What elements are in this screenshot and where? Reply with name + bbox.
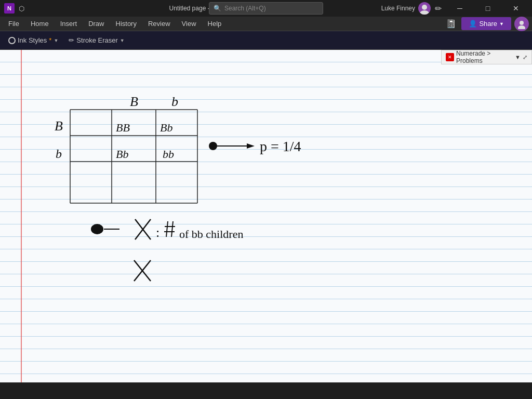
menubar: File Home Insert Draw History Review Vie… — [0, 17, 532, 31]
search-bar[interactable]: 🔍 Search (Alt+Q) — [209, 2, 323, 15]
user-info: Luke Finney — [381, 2, 431, 15]
svg-text:B: B — [55, 118, 63, 134]
svg-text:Bb: Bb — [160, 121, 172, 134]
avatar — [418, 2, 431, 15]
svg-text:p = 1/4: p = 1/4 — [260, 138, 301, 154]
svg-line-29 — [166, 221, 168, 237]
svg-point-3 — [518, 25, 525, 29]
svg-point-0 — [422, 5, 427, 10]
svg-marker-21 — [247, 143, 255, 149]
svg-text:BB: BB — [116, 121, 130, 134]
pen-icon[interactable]: ✏ — [435, 4, 442, 14]
svg-line-30 — [171, 221, 173, 237]
menu-item-review[interactable]: Review — [143, 18, 176, 30]
numerade-label: Numerade > Problems — [456, 50, 513, 64]
onenote-logo: N — [4, 3, 15, 14]
menu-item-view[interactable]: View — [177, 18, 202, 30]
share-button[interactable]: 👤 Share ▼ — [461, 17, 511, 30]
drawing-svg: B b B BB Bb b Bb bb — [31, 81, 395, 330]
panel-expand-arrow[interactable]: ▼ — [515, 54, 521, 60]
maximize-button[interactable]: □ — [476, 0, 500, 17]
menu-item-history[interactable]: History — [111, 18, 142, 30]
user-avatar-small[interactable] — [514, 17, 529, 31]
svg-point-22 — [209, 142, 217, 150]
svg-text:b: b — [56, 147, 62, 161]
margin-line — [21, 50, 22, 382]
close-button[interactable]: ✕ — [504, 0, 528, 17]
panel-fullscreen-icon[interactable]: ⤢ — [523, 54, 527, 61]
numerade-icon: ✕ — [446, 53, 454, 61]
minimize-button[interactable]: ─ — [448, 0, 472, 17]
statusbar — [0, 382, 532, 399]
toolbar: Ink Styles * ▼ ✏ Stroke Eraser ▼ — [0, 31, 532, 50]
app-title: Untitled page - OneNote — [29, 5, 377, 12]
svg-text:bb: bb — [163, 148, 174, 161]
main-content: ✕ Numerade > Problems ▼ ⤢ — [0, 50, 532, 382]
menu-item-insert[interactable]: Insert — [55, 18, 83, 30]
search-placeholder: Search (Alt+Q) — [224, 5, 266, 12]
numerade-panel-header[interactable]: ✕ Numerade > Problems ▼ ⤢ — [441, 50, 532, 64]
eraser-dropdown: ▼ — [120, 38, 125, 43]
menu-item-home[interactable]: Home — [25, 18, 54, 30]
ink-styles-dropdown: ▼ — [54, 38, 58, 43]
share-icon: 👤 — [469, 20, 477, 28]
handwritten-content: B b B BB Bb b Bb bb — [31, 81, 395, 330]
menu-item-help[interactable]: Help — [203, 18, 227, 30]
svg-text:of  bb  children: of bb children — [179, 228, 243, 241]
svg-text:b: b — [171, 94, 178, 109]
notebook-page[interactable]: B b B BB Bb b Bb bb — [0, 50, 532, 382]
notebook-icon[interactable]: 📓 — [444, 17, 458, 31]
titlebar: N ⬡ Untitled page - OneNote 🔍 Search (Al… — [0, 0, 532, 17]
ink-styles-asterisk: * — [49, 36, 51, 44]
ink-styles-icon — [8, 37, 16, 44]
svg-point-25 — [91, 224, 103, 234]
svg-point-1 — [420, 10, 429, 15]
share-dropdown-arrow: ▼ — [499, 21, 504, 26]
menu-item-draw[interactable]: Draw — [83, 18, 109, 30]
svg-text:Bb: Bb — [116, 148, 128, 161]
eraser-icon: ✏ — [69, 36, 74, 44]
svg-point-2 — [520, 21, 524, 25]
ink-styles-button[interactable]: Ink Styles * ▼ — [4, 34, 62, 46]
search-icon: 🔍 — [214, 5, 221, 12]
menu-item-file[interactable]: File — [3, 18, 24, 30]
user-name: Luke Finney — [381, 5, 415, 12]
svg-text:B: B — [130, 94, 138, 109]
svg-text::: : — [156, 225, 159, 240]
stroke-eraser-button[interactable]: ✏ Stroke Eraser ▼ — [64, 34, 128, 46]
app-icon: ⬡ — [19, 5, 24, 12]
